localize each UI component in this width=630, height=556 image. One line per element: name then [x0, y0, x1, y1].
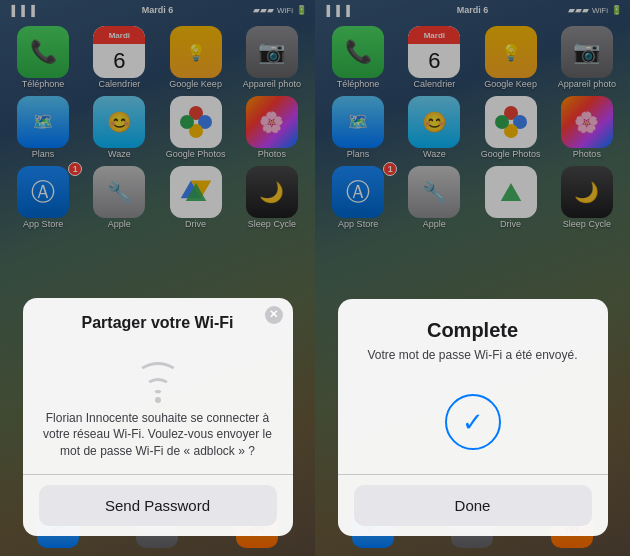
- checkmark-wrap: ✓: [338, 378, 608, 474]
- dialog-btn-area: Send Password: [23, 474, 293, 536]
- right-panel: ▐ ▐ ▐ Mardi 6 ▰▰▰ WiFi 🔋 📞 Téléphone Mar…: [315, 0, 630, 556]
- wifi-icon: [128, 350, 188, 400]
- dialog-title: Partager votre Wi-Fi: [23, 298, 293, 340]
- dialog-left: ✕ Partager votre Wi-Fi Florian Innocente…: [23, 298, 293, 536]
- complete-subtitle: Votre mot de passe Wi-Fi a été envoyé.: [338, 348, 608, 378]
- left-panel: ▐ ▐ ▐ Mardi 6 ▰▰▰ WiFi 🔋 📞 Téléphone Mar…: [0, 0, 315, 556]
- overlay-right: Complete Votre mot de passe Wi-Fi a été …: [315, 0, 630, 556]
- checkmark-circle: ✓: [445, 394, 501, 450]
- done-btn-area: Done: [338, 474, 608, 536]
- overlay-left: ✕ Partager votre Wi-Fi Florian Innocente…: [0, 0, 315, 556]
- done-button[interactable]: Done: [354, 485, 592, 526]
- send-password-button[interactable]: Send Password: [39, 485, 277, 526]
- complete-dialog: Complete Votre mot de passe Wi-Fi a été …: [338, 299, 608, 536]
- complete-title: Complete: [338, 299, 608, 348]
- checkmark-icon: ✓: [462, 407, 484, 438]
- wifi-dot: [155, 397, 161, 403]
- dialog-body: Florian Innocente souhaite se connecter …: [23, 410, 293, 474]
- wifi-icon-wrap: [23, 340, 293, 410]
- close-button[interactable]: ✕: [265, 306, 283, 324]
